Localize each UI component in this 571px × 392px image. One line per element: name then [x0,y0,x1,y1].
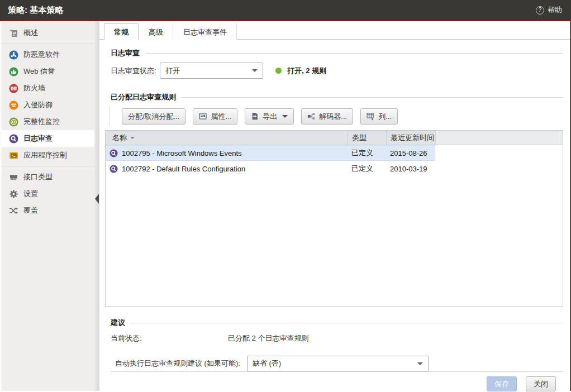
sidebar-item-log-inspection[interactable]: 日志审查 [2,130,94,147]
current-status-value: 已分配 2 个日志审查规则 [228,333,308,343]
overview-icon [9,28,18,38]
decoders-icon [307,112,316,121]
toolbar-button-label: 属性... [211,112,231,122]
rule-updated-cell: 2010-03-19 [386,161,435,176]
rule-updated-cell: 2015-08-26 [386,145,435,161]
table-row[interactable]: 1002795 - Microsoft Windows Events已定义201… [106,145,563,161]
decoders-button[interactable]: 解码器... [301,108,353,125]
tab-bar: 常规高级日志审查事件 [99,21,570,40]
footer-bar: 保存 关闭 [111,371,563,392]
toolbar-button-label: 分配/取消分配... [128,112,179,122]
sidebar-item-label: 入侵防御 [23,100,53,110]
sidebar-divider [2,44,99,44]
log-inspection-state-row: 日志审查状态: 打开 打开, 2 规则 [111,63,563,79]
sidebar-item-label: 接口类型 [23,172,53,182]
rule-name-cell: 1002795 - Microsoft Windows Events [106,145,347,161]
assign-unassign-button[interactable]: 分配/取消分配... [122,108,185,125]
state-summary: 打开, 2 规则 [287,66,326,76]
rule-type-cell: 已定义 [347,145,386,161]
column-header-filler [435,131,563,145]
column-header-type[interactable]: 类型 [347,131,386,145]
auto-apply-select[interactable]: 缺省 (否) [247,356,429,371]
log-inspection-icon [110,149,118,157]
sidebar-item-label: 日志审查 [23,133,53,144]
page-title: 策略: 基本策略 [8,5,63,16]
rule-type-cell: 已定义 [347,161,386,176]
tab-advanced[interactable]: 高级 [139,23,173,40]
sidebar-item-firewall[interactable]: 防火墙 [2,80,94,97]
sidebar-item-overview[interactable]: 概述 [2,25,94,41]
sidebar-item-anti-malware[interactable]: 防恶意软件 [2,46,94,63]
application-control-icon [9,151,18,160]
integrity-monitoring-icon [9,117,18,127]
column-header-name[interactable]: 名称 [106,131,347,145]
anti-malware-icon [9,50,18,60]
table-header-row: 名称类型最近更新时间 [106,131,563,145]
column-header-updated[interactable]: 最近更新时间 [386,131,435,145]
column-header-label: 名称 [112,133,127,143]
toolbar-button-label: 解码器... [319,112,347,122]
sidebar-item-overrides[interactable]: 覆盖 [2,202,94,219]
column-header-label: 最近更新时间 [391,133,434,143]
log-inspection-state-select[interactable]: 打开 [160,63,263,79]
columns-button[interactable]: 列... [360,108,398,125]
rule-name-cell: 1002792 - Default Rules Configuration [106,161,347,176]
sidebar-item-label: 概述 [23,28,38,38]
recommendations-section-header: 建议 [111,318,563,328]
state-label: 日志审查状态: [111,66,160,76]
table-row[interactable]: 1002792 - Default Rules Configuration已定义… [106,161,563,176]
table-empty-area [106,176,563,306]
columns-icon [367,112,375,121]
toolbar-button-label: 列... [378,112,392,122]
auto-apply-value: 缺省 (否) [253,358,281,369]
help-icon: ? [536,6,544,15]
chevron-down-icon [252,69,258,72]
current-status-row: 当前状态: 已分配 2 个日志审查规则 [111,333,563,343]
collapse-arrow-icon [95,194,99,204]
rule-name: 1002795 - Microsoft Windows Events [122,149,242,157]
main-panel: 常规高级日志审查事件 日志审查 日志审查状态: 打开 打开, 2 规则 已分配日… [99,21,571,391]
section-rule [131,323,563,323]
properties-icon [199,112,207,121]
sidebar-item-application-control[interactable]: 应用程序控制 [2,147,94,164]
sidebar-item-label: 设置 [23,189,38,199]
log-inspection-icon [9,134,18,144]
chevron-down-icon [282,115,288,118]
title-bar: 策略: 基本策略 ? 帮助 [0,0,571,21]
sidebar-item-label: 防火墙 [23,83,45,93]
rules-table: 名称类型最近更新时间 1002795 - Microsoft Windows E… [105,130,563,307]
sidebar-item-web-reputation[interactable]: Web 信誉 [2,63,94,80]
sidebar-item-label: 覆盖 [23,205,38,216]
sidebar-item-settings[interactable]: 设置 [2,185,94,202]
tab-log-inspection-events[interactable]: 日志审查事件 [173,23,237,40]
auto-apply-label: 自动执行日志审查规则建议 (如果可能): [115,358,240,369]
log-inspection-icon [110,165,118,173]
section-rule [182,97,563,98]
log-inspection-section-header: 日志审查 [111,48,563,58]
help-button[interactable]: ? 帮助 [536,5,562,15]
sidebar-divider [2,166,99,166]
export-icon [251,112,259,121]
sidebar-item-integrity-monitoring[interactable]: 完整性监控 [2,113,94,130]
sidebar-item-intrusion-prevention[interactable]: 入侵防御 [2,97,94,113]
current-status-label: 当前状态: [111,333,228,343]
save-button[interactable]: 保存 [487,376,517,391]
general-tab-content: 日志审查 日志审查状态: 打开 打开, 2 规则 已分配日志审查规则 分配/取消… [99,40,570,391]
section-rule [145,53,563,54]
web-reputation-icon [9,67,18,77]
export-button[interactable]: 导出 [245,108,294,125]
help-label: 帮助 [548,5,562,15]
auto-apply-row: 自动执行日志审查规则建议 (如果可能): 缺省 (否) [111,356,563,371]
section-heading: 建议 [111,318,125,328]
properties-button[interactable]: 属性... [193,108,237,125]
settings-icon [9,189,18,199]
sidebar-item-label: 完整性监控 [23,117,60,127]
rule-name: 1002792 - Default Rules Configuration [122,165,245,173]
section-heading: 日志审查 [111,48,140,58]
toolbar-button-label: 导出 [263,112,277,122]
tab-general[interactable]: 常规 [104,23,139,40]
sidebar-collapse-handle[interactable] [94,21,99,391]
close-button[interactable]: 关闭 [526,376,556,391]
section-heading: 已分配日志审查规则 [111,92,176,102]
sidebar-item-interface-types[interactable]: 接口类型 [2,169,94,185]
